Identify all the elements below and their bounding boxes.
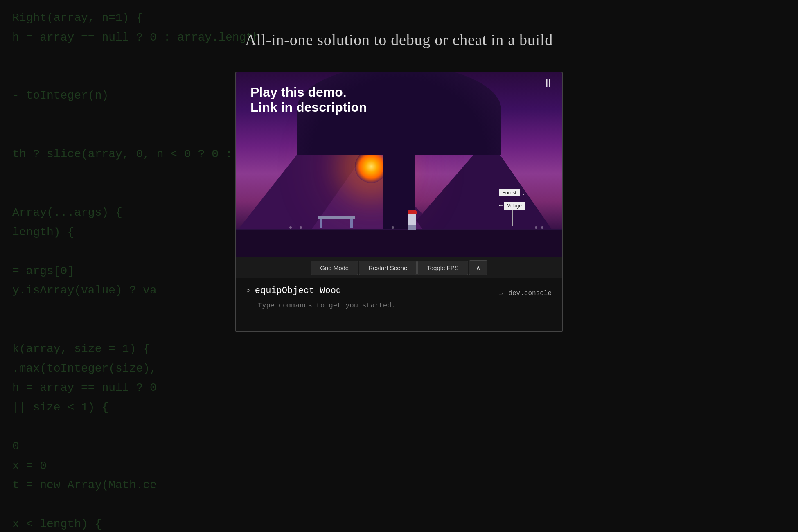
- expand-toolbar-button[interactable]: ∧: [469, 260, 487, 275]
- god-mode-button[interactable]: God Mode: [311, 261, 358, 275]
- char-body: [408, 214, 416, 225]
- game-toolbar: God Mode Restart Scene Toggle FPS ∧: [236, 257, 562, 278]
- sign-forest-row: Forest →: [499, 189, 525, 200]
- sign-village-arrow: ←: [499, 202, 503, 210]
- bench-legs: [320, 219, 353, 228]
- play-demo-line1: Play this demo.: [250, 85, 367, 100]
- console-hint: Type commands to get you started.: [246, 302, 552, 309]
- char-hat: [408, 210, 417, 214]
- dot-3: [392, 226, 394, 229]
- subtitle: All-in-one solution to debug or cheat in…: [0, 31, 798, 49]
- dot-1: [289, 226, 292, 229]
- console-label: ▭ dev.console: [496, 289, 552, 298]
- sign-forest-arrow: →: [521, 191, 525, 198]
- restart-scene-button[interactable]: Restart Scene: [359, 261, 417, 275]
- sign-village-row: ← Village: [499, 202, 525, 210]
- dot-2: [300, 226, 302, 229]
- game-area: Forest → ← Village Play this demo. Link …: [236, 72, 562, 257]
- sign-pole: [512, 210, 513, 226]
- sign-area: Forest → ← Village: [499, 189, 525, 226]
- sign-village: Village: [504, 202, 525, 210]
- dot-4: [535, 226, 537, 229]
- bench: [318, 216, 355, 228]
- demo-window: Forest → ← Village Play this demo. Link …: [235, 72, 563, 332]
- console-command-text: equipObject Wood: [255, 286, 341, 296]
- play-demo-line2: Link in description: [250, 100, 367, 115]
- sign-forest: Forest: [499, 189, 520, 196]
- char-legs: [408, 225, 416, 230]
- console-caret-icon: >: [246, 287, 251, 295]
- console-area: > equipObject Wood ▭ dev.console Type co…: [236, 278, 562, 331]
- bench-leg-right: [350, 219, 353, 228]
- bench-top: [318, 216, 355, 219]
- bench-leg-left: [320, 219, 322, 228]
- character: [406, 210, 418, 230]
- pause-button[interactable]: ⏸: [542, 79, 554, 90]
- dot-5: [541, 226, 543, 229]
- toggle-fps-button[interactable]: Toggle FPS: [417, 261, 468, 275]
- console-label-icon: ▭: [496, 289, 505, 298]
- ground: [236, 230, 562, 257]
- console-label-text: dev.console: [508, 290, 552, 297]
- play-demo-text: Play this demo. Link in description: [250, 85, 367, 115]
